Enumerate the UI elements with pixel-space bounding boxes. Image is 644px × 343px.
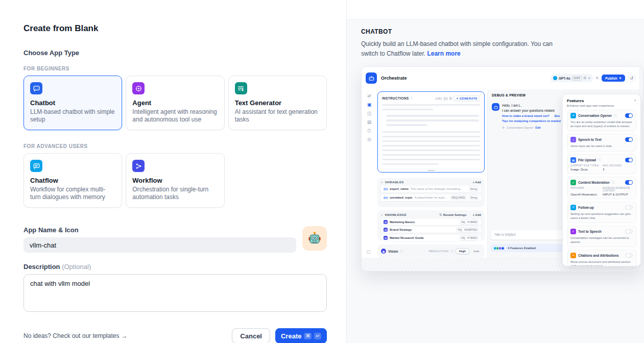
feature-toggle [625, 180, 633, 185]
feature-dot-icon [501, 247, 505, 250]
app-type-name: Chatflow [30, 177, 115, 184]
cmd-key-icon: ⌘ [304, 333, 312, 339]
feature-item: ✓ Content Moderation ⓘ PROVIDER ENABLED … [567, 177, 636, 199]
description-label: Description [23, 263, 60, 271]
resolution-low-option: Low [471, 249, 481, 254]
learn-more-link[interactable]: Learn more [427, 50, 460, 57]
follow-up-icon: ❞ [570, 205, 576, 210]
variable-row: {x} expert_name The name of the strategi… [381, 186, 481, 193]
app-type-desc: Intelligent agent with reasoning and aut… [132, 108, 218, 124]
content-moderation-icon: ✓ [570, 180, 576, 185]
rerank-icon: ⇅ [439, 213, 442, 217]
knowledge-section: ∨ KNOWLEDGE ⇅ Rerank Settings + Add ▤ Ma… [377, 210, 485, 241]
swap-icon: ⇄ [367, 93, 371, 99]
app-name-input[interactable] [23, 237, 296, 253]
robot-emoji-icon [307, 231, 322, 246]
templates-link[interactable]: No ideas? Check out our templates → [23, 332, 127, 339]
knowledge-row: ▤ Marketing Basics HQ · HYBRID [381, 219, 481, 225]
app-name-section: App Name & Icon [23, 226, 327, 253]
feature-item: ▤ File Upload ⓘ SUPPORT FILE TYPES MAX U… [567, 154, 636, 174]
variable-type: String [469, 186, 479, 191]
app-name-label: App Name & Icon [23, 226, 296, 234]
feature-item: ♬ Text to Speech Conversation messages c… [567, 226, 636, 247]
compare-icon: ⇅ [595, 76, 599, 80]
history-icon: ↺ [628, 75, 635, 82]
preview-header-bar: Orchestrate GPT-4o CHAT ⚙ ∨ ⇅ Publish [362, 67, 639, 89]
add-knowledge-button: + Add [472, 213, 481, 216]
instructions-panel: INSTRUCTIONS ⓘ 2182 {x} ⧉ ✦ GENERATE [377, 91, 485, 173]
image-nav-icon: ◫ [367, 111, 372, 116]
top-strip [347, 0, 644, 19]
for-beginners-label: FOR BEGINNERS [23, 66, 327, 71]
app-type-desc: AI assistant for text generation tasks [235, 108, 320, 124]
feature-toggle [625, 137, 633, 142]
info-icon: ⓘ [614, 114, 617, 117]
app-type-card-workflow[interactable]: Workflow Orchestration for single-turn a… [126, 153, 224, 208]
create-button[interactable]: Create ⌘ ↵ [275, 328, 327, 343]
page-title: Create from Blank [23, 23, 327, 34]
sparkle-icon: ✦ [456, 96, 459, 100]
app-type-card-text-generator[interactable]: Text Generator AI assistant for text gen… [228, 76, 327, 130]
preview-pane: CHATBOT Quickly build an LLM-based chatb… [346, 0, 644, 343]
knowledge-row: ▤ Market Research Guide HQ · HYBRID [381, 235, 481, 241]
chevron-down-icon: ∨ [588, 76, 590, 80]
conversation-opener-icon: ❝ [570, 113, 576, 118]
app-type-name: Agent [132, 99, 218, 107]
info-icon: ⓘ [598, 158, 601, 162]
feature-toggle [625, 205, 633, 210]
app-type-name: Workflow [132, 177, 218, 184]
collapse-icon: ▢ [367, 250, 371, 254]
file-upload-icon: ▤ [570, 157, 576, 163]
close-icon: × [634, 99, 636, 103]
description-input[interactable]: chat with vllm model [23, 274, 327, 312]
list-nav-icon: ▤ [367, 119, 372, 125]
preview-mini-sidebar: ⇄ ▣ ◫ ▤ 🗋 ◎ [365, 93, 373, 142]
preview-app-title: Orchestrate [381, 76, 407, 81]
suggested-question: Bes [555, 114, 560, 117]
model-provider-icon [553, 76, 557, 80]
feature-item: ❝ Citations and Attributions Show source… [567, 250, 636, 266]
app-icon-picker[interactable] [302, 226, 327, 251]
copy-icon: ⧉ [449, 96, 452, 101]
generate-button: ✦ GENERATE [454, 95, 480, 101]
resolution-high-option: High [456, 248, 469, 254]
publish-button: Publish ∨ [602, 75, 625, 82]
create-app-modal: Create from Blank Choose App Type FOR BE… [0, 0, 644, 343]
rerank-settings-button: Rerank Settings [443, 213, 467, 216]
app-type-card-chatbot[interactable]: Chatbot LLM-based chatbot with simple se… [23, 76, 122, 130]
app-type-desc: LLM-based chatbot with simple setup [30, 108, 115, 124]
feature-toggle [625, 253, 633, 258]
choose-app-type-label: Choose App Type [23, 49, 327, 57]
knowledge-doc-icon: ▤ [384, 228, 388, 232]
feature-item: ♪ Speech to Text Voice input can be used… [567, 134, 636, 151]
knowledge-doc-icon: ▤ [384, 236, 388, 240]
cancel-button[interactable]: Cancel [232, 328, 270, 343]
feature-item: ❝ Conversation Opener ⓘ You are an entit… [567, 110, 636, 131]
suggested-question: Tips for analyzing competitors in market [502, 118, 561, 124]
enter-key-icon: ↵ [314, 333, 321, 339]
opener-gear-icon: ⚙ [502, 126, 505, 129]
required-badge: REQUIRED [450, 195, 467, 200]
app-type-name: Text Generator [235, 99, 320, 107]
model-settings-icon: ⚙ [583, 76, 586, 80]
selected-type-description: Quickly build an LLM-based chatbot with … [361, 39, 558, 58]
info-icon: ⓘ [450, 250, 454, 253]
app-type-card-agent[interactable]: Agent Intelligent agent with reasoning a… [126, 76, 224, 130]
edit-opener-link: Edit [535, 126, 540, 129]
features-panel: Features × Enhance web app user experien… [562, 94, 641, 266]
speech-to-text-icon: ♪ [570, 137, 576, 142]
text-to-speech-icon: ♬ [570, 229, 576, 234]
app-type-desc: Workflow for complex multi-turn dialogue… [30, 186, 115, 201]
workflow-icon [132, 160, 145, 172]
create-form-pane: Create from Blank Choose App Type FOR BE… [0, 0, 346, 343]
selected-type-heading: CHATBOT [361, 28, 644, 35]
feature-toggle [625, 158, 633, 162]
model-selector: GPT-4o CHAT ⚙ ∨ [551, 74, 593, 82]
app-type-card-chatflow[interactable]: Chatflow Workflow for complex multi-turn… [23, 153, 122, 208]
feature-toggle [625, 113, 633, 118]
beginner-cards: Chatbot LLM-based chatbot with simple se… [23, 76, 327, 130]
text-generator-icon [235, 82, 247, 94]
chatbot-preview-image: Orchestrate GPT-4o CHAT ⚙ ∨ ⇅ Publish [361, 66, 643, 272]
agent-icon [132, 82, 145, 94]
variable-row: {x} unrelated_topic A placeholder for to… [381, 194, 481, 202]
